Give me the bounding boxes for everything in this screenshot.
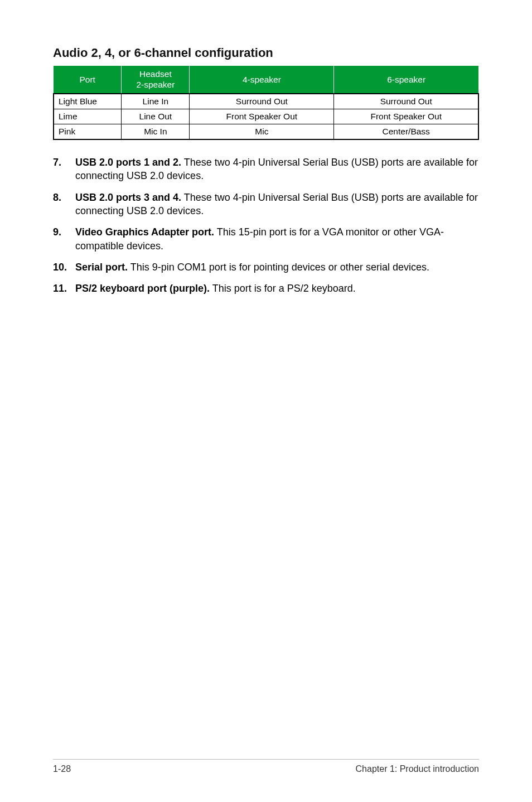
list-item: 8. USB 2.0 ports 3 and 4. These two 4-pi… bbox=[53, 191, 479, 218]
cell-headset: Line In bbox=[122, 94, 190, 109]
list-item: 10. Serial port. This 9-pin COM1 port is… bbox=[53, 260, 479, 274]
table-row: Light Blue Line In Surround Out Surround… bbox=[54, 94, 478, 109]
cell-4speaker: Mic bbox=[190, 124, 334, 140]
item-bold: PS/2 keyboard port (purple). bbox=[75, 283, 210, 294]
item-text: USB 2.0 ports 1 and 2. These two 4-pin U… bbox=[75, 156, 479, 183]
cell-4speaker: Surround Out bbox=[190, 94, 334, 109]
cell-headset: Line Out bbox=[122, 109, 190, 124]
list-item: 7. USB 2.0 ports 1 and 2. These two 4-pi… bbox=[53, 156, 479, 183]
audio-config-table: Port Headset 2-speaker 4-speaker 6-speak… bbox=[53, 66, 479, 140]
item-number: 11. bbox=[53, 282, 75, 295]
item-bold: USB 2.0 ports 3 and 4. bbox=[75, 192, 181, 203]
item-text: Serial port. This 9-pin COM1 port is for… bbox=[75, 260, 479, 274]
section-heading: Audio 2, 4, or 6-channel configuration bbox=[53, 46, 479, 60]
th-4speaker: 4-speaker bbox=[190, 66, 334, 94]
cell-6speaker: Surround Out bbox=[334, 94, 478, 109]
footer-page-number: 1-28 bbox=[53, 764, 71, 774]
item-bold: USB 2.0 ports 1 and 2. bbox=[75, 157, 181, 168]
page-footer: 1-28 Chapter 1: Product introduction bbox=[53, 759, 479, 774]
cell-6speaker: Center/Bass bbox=[334, 124, 478, 140]
page: Audio 2, 4, or 6-channel configuration P… bbox=[0, 0, 532, 802]
item-bold: Video Graphics Adapter port. bbox=[75, 226, 214, 238]
item-bold: Serial port. bbox=[75, 262, 128, 273]
item-number: 10. bbox=[53, 260, 75, 274]
item-number: 7. bbox=[53, 156, 75, 183]
cell-port: Lime bbox=[54, 109, 122, 124]
item-text: Video Graphics Adapter port. This 15-pin… bbox=[75, 225, 479, 253]
table-body: Light Blue Line In Surround Out Surround… bbox=[54, 94, 478, 139]
table-header: Port Headset 2-speaker 4-speaker 6-speak… bbox=[54, 66, 478, 94]
feature-list: 7. USB 2.0 ports 1 and 2. These two 4-pi… bbox=[53, 156, 479, 295]
footer-chapter-title: Chapter 1: Product introduction bbox=[356, 764, 479, 774]
item-number: 9. bbox=[53, 225, 75, 253]
cell-4speaker: Front Speaker Out bbox=[190, 109, 334, 124]
item-rest: This 9-pin COM1 port is for pointing dev… bbox=[128, 262, 429, 273]
table-row: Pink Mic In Mic Center/Bass bbox=[54, 124, 478, 140]
list-item: 9. Video Graphics Adapter port. This 15-… bbox=[53, 225, 479, 253]
item-text: PS/2 keyboard port (purple). This port i… bbox=[75, 282, 479, 295]
th-6speaker: 6-speaker bbox=[334, 66, 478, 94]
cell-6speaker: Front Speaker Out bbox=[334, 109, 478, 124]
table-row: Lime Line Out Front Speaker Out Front Sp… bbox=[54, 109, 478, 124]
table-header-row: Port Headset 2-speaker 4-speaker 6-speak… bbox=[54, 66, 478, 94]
item-text: USB 2.0 ports 3 and 4. These two 4-pin U… bbox=[75, 191, 479, 218]
th-headset-line2: 2-speaker bbox=[136, 80, 175, 89]
list-item: 11. PS/2 keyboard port (purple). This po… bbox=[53, 282, 479, 295]
item-rest: This port is for a PS/2 keyboard. bbox=[210, 283, 356, 294]
item-number: 8. bbox=[53, 191, 75, 218]
cell-headset: Mic In bbox=[122, 124, 190, 140]
content-area: Audio 2, 4, or 6-channel configuration P… bbox=[53, 46, 479, 774]
th-headset: Headset 2-speaker bbox=[122, 66, 190, 94]
cell-port: Pink bbox=[54, 124, 122, 140]
cell-port: Light Blue bbox=[54, 94, 122, 109]
th-port: Port bbox=[54, 66, 122, 94]
th-headset-line1: Headset bbox=[139, 69, 172, 79]
